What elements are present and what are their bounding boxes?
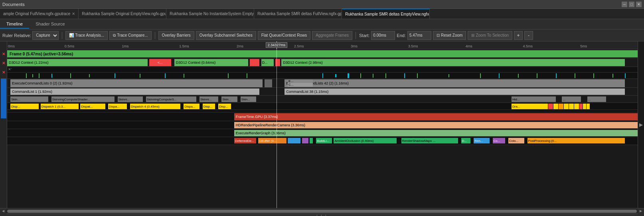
skin-1[interactable]: Skin... [10, 96, 48, 102]
aggregate-frames-button[interactable]: Aggregate Frames [312, 31, 352, 40]
skin-6[interactable]: Skin... [221, 96, 237, 102]
d3d12-ctx-1[interactable]: D3D12 Context (1.22ms) [7, 59, 148, 66]
buildli-label: BuildLi... [317, 139, 329, 143]
skin-4[interactable]: SkinningComputeS... [146, 96, 196, 102]
view-tab-timeline[interactable]: Timeline [0, 20, 29, 29]
disp-bar-5 [564, 104, 569, 109]
gutter-x-2[interactable]: ✕ [0, 59, 7, 67]
left-sidebar-bar [1, 79, 6, 118]
zoom-in-button[interactable]: + [514, 31, 523, 40]
ruler-mark-0.5ms: 0.5ms [65, 44, 75, 48]
d3d12-ctx-small[interactable]: D... [261, 59, 274, 66]
deferred-bar[interactable]: DeferredDe... [234, 138, 256, 143]
trace-compare-button[interactable]: ⧉ Trace Compare... [109, 31, 151, 40]
disp-1[interactable]: Disp... [10, 104, 39, 109]
mini-bar-12 [247, 73, 247, 78]
overlay-barriers-button[interactable]: Overlay Barriers [158, 31, 194, 40]
disp-3[interactable]: Dispat... [80, 104, 105, 109]
postproc-label: PostProcessing (0... [528, 139, 557, 143]
mini-bar-r1 [322, 73, 323, 78]
tab-0[interactable]: ample Original FullView.ngfx-gputrace ✕ [0, 9, 79, 19]
co-bar[interactable]: Co... [493, 138, 506, 143]
document-tab-bar: ample Original FullView.ngfx-gputrace ✕ … [0, 9, 644, 19]
disp-8[interactable]: Disp... [218, 104, 231, 109]
tab-3[interactable]: Rukhanka Sample SMR deltas FullView.ngfx… [254, 9, 342, 19]
mini-bar-r12 [518, 74, 519, 78]
right-expand[interactable]: ▶ [638, 41, 644, 208]
shadow-bar[interactable]: RenderShadowMaps ... [401, 138, 458, 143]
mini-bar-r10 [480, 73, 481, 78]
disp-6[interactable]: Dispa... [184, 104, 200, 109]
scroll-left-icon: ◀ [2, 209, 4, 213]
tab-4[interactable]: Rukhanka Sample SMR deltas EmptyView.ngf… [342, 9, 430, 19]
d3d12-ctx-2[interactable]: D3D12 Context (0.64ms) [174, 59, 248, 66]
d3d12-tiny-red[interactable] [275, 59, 281, 66]
start-input[interactable] [371, 31, 395, 40]
disp-4[interactable]: Dispa... [108, 104, 127, 109]
reset-zoom-icon: ⊡ [437, 33, 440, 37]
marker-label: ✕' [8, 67, 12, 71]
execrendergraph-bar[interactable]: ExecuteRenderGraph (3.36ms) [234, 130, 638, 136]
execute-cmd-1[interactable]: ExecuteCommandLists 0 (2) (1.92ms) [10, 79, 263, 87]
reset-zoom-button[interactable]: ⊡ Reset Zoom [433, 31, 466, 40]
skin-r1[interactable]: Hid... [512, 96, 556, 102]
tab-2[interactable]: Rukhanka Sample No InstantiateSystem Emp… [166, 9, 254, 19]
sep-3 [356, 32, 356, 39]
zoom-to-selection-button[interactable]: ⊞ Zoom To Selection [468, 31, 512, 40]
close-button[interactable]: ✕ [636, 2, 642, 7]
colo-bar[interactable]: Colo... [508, 138, 524, 143]
tab-1[interactable]: Rukhanka Sample Original EmptyView.ngfx-… [79, 9, 166, 19]
skin-5[interactable]: Skinni... [200, 96, 218, 102]
trace-analysis-icon: 📊 [69, 33, 74, 37]
skin-2[interactable]: SkinningComputeShader... [51, 96, 115, 102]
skin-r2[interactable]: ... [562, 96, 581, 102]
scroll-left-btn[interactable]: ◀ [0, 208, 6, 214]
tab-0-close[interactable]: ✕ [72, 12, 75, 16]
end-input[interactable] [407, 31, 431, 40]
gbuffer-bar[interactable]: GBuffer (0... [258, 138, 286, 143]
scrollbar-thumb[interactable] [7, 210, 637, 213]
scrollbar-track[interactable] [7, 210, 637, 213]
tab-2-label: Rukhanka Sample No InstantiateSystem Emp… [170, 12, 254, 16]
cmdlist-2[interactable]: CommandList 38 (1.15ms) [284, 88, 625, 95]
d3d12-ctx-3[interactable]: D3D12 Context (2.98ms) [281, 59, 625, 66]
disp-r1[interactable]: Dra... [512, 104, 543, 109]
view-tab-shader-source[interactable]: Shader Source [29, 20, 71, 29]
hdrender-label: HDRenderPipelineRenderCamera (3.36ms) [236, 123, 305, 127]
ambient-bar[interactable]: AmbientOcclusion (0.60ms) [334, 138, 397, 143]
mini-bar-r14 [556, 73, 557, 78]
gutter-x-1[interactable]: ✕ [0, 49, 7, 58]
mini-bar-1 [26, 73, 27, 78]
skin-3[interactable]: Skinni... [118, 96, 143, 102]
skin-7[interactable]: Skin... [241, 96, 257, 102]
skin-r3[interactable]: ... [587, 96, 606, 102]
postproc-bar[interactable]: PostProcessing (0... [527, 138, 625, 143]
execute-cmd-2[interactable]: ExecuteCommandLists 42 (2) (1.16ms) [284, 79, 625, 87]
d3d12-ctx-arrow[interactable]: <... [149, 59, 171, 66]
disp-5[interactable]: Dispatch 4 (0.45ms) [130, 104, 180, 109]
d3d12-red-box[interactable] [250, 59, 259, 66]
mini-bar-r5 [373, 74, 373, 78]
resize-handle[interactable]: • • • [0, 214, 644, 216]
disp-7[interactable]: Disp... [203, 104, 215, 109]
buildli-bar[interactable]: BuildLi... [316, 138, 332, 143]
disp-bar-1 [543, 104, 548, 109]
frametime-bar[interactable]: FrameTime.GPU (3.37ms) [234, 113, 638, 120]
disp-2[interactable]: Dispatch 1 (0.3... [41, 104, 79, 109]
scroll-right-btn[interactable]: ▶ [638, 208, 644, 214]
zoom-out-button[interactable]: - [524, 31, 533, 40]
ren-bar[interactable]: Ren... [474, 138, 490, 143]
overlay-subchannel-button[interactable]: Overlay Subchannel Switches [196, 31, 256, 40]
trace-analysis-button[interactable]: 📊 Trace Analysis... [65, 31, 108, 40]
ruler-mode-select[interactable]: Capture [32, 31, 59, 40]
minimize-button[interactable]: ─ [622, 2, 627, 7]
cmdlist-1[interactable]: CommandList 1 (1.92ms) [10, 88, 259, 95]
mini-bar-10 [184, 74, 184, 78]
gutter-x-3[interactable]: ✕ [0, 68, 7, 77]
close-track-3-icon: ✕ [2, 70, 5, 75]
hdrender-bar[interactable]: HDRenderPipelineRenderCamera (3.36ms) [234, 122, 638, 128]
flat-queue-button[interactable]: Flat Queue/Context Rows [258, 31, 311, 40]
maximize-button[interactable]: □ [629, 2, 634, 7]
d-bar[interactable]: D... [461, 138, 471, 143]
frame-bar[interactable]: Frame 0 (5.47ms) (active=3.56ms) [7, 50, 638, 57]
